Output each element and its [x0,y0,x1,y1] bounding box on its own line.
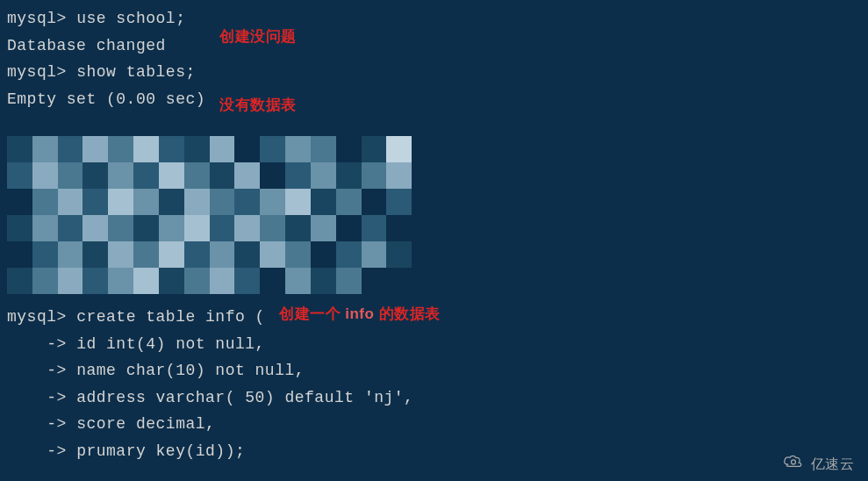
terminal-line: mysql> show tables; [7,59,861,86]
cloud-icon [781,452,806,476]
prompt: mysql> [7,308,76,326]
command: create table info ( [76,308,265,326]
watermark-text: 亿速云 [811,452,855,476]
command: name char(10) not null, [76,362,305,379]
cont-prompt: -> [7,335,76,353]
command: score decimal, [76,415,215,433]
pixelated-region [7,136,437,292]
annotation-3: 创建一个 info 的数据表 [279,302,441,327]
annotation-highlight: info [345,305,374,322]
cont-prompt: -> [7,415,76,433]
annotation-text: 创建一个 [279,305,345,322]
terminal-line: -> name char(10) not null, [7,357,861,384]
command: show tables; [76,63,196,81]
prompt: mysql> [7,10,76,27]
terminal-line: mysql> use school; [7,5,861,32]
annotation-2: 没有数据表 [219,93,297,118]
svg-point-0 [791,460,795,464]
output: Database changed [7,37,166,54]
terminal-line: Empty set (0.00 sec) [7,86,861,113]
command: id int(4) not null, [76,335,265,353]
output: Empty set (0.00 sec) [7,90,205,108]
annotation-text: 的数据表 [374,305,440,322]
cont-prompt: -> [7,362,76,379]
prompt: mysql> [7,63,76,81]
watermark: 亿速云 [781,452,855,476]
command: address varchar( 50) default 'nj', [76,389,413,406]
cont-prompt: -> [7,442,76,460]
annotation-1: 创建没问题 [219,25,297,50]
terminal-line: -> address varchar( 50) default 'nj', [7,384,861,412]
terminal-line: -> id int(4) not null, [7,331,861,358]
terminal-line: -> score decimal, [7,411,861,438]
cont-prompt: -> [7,389,76,406]
terminal-output: mysql> use school; Database changed mysq… [0,0,868,118]
terminal-line: -> prumary key(id)); [7,438,861,465]
command: prumary key(id)); [76,442,245,460]
terminal-line: Database changed [7,32,861,60]
command: use school; [76,10,185,27]
